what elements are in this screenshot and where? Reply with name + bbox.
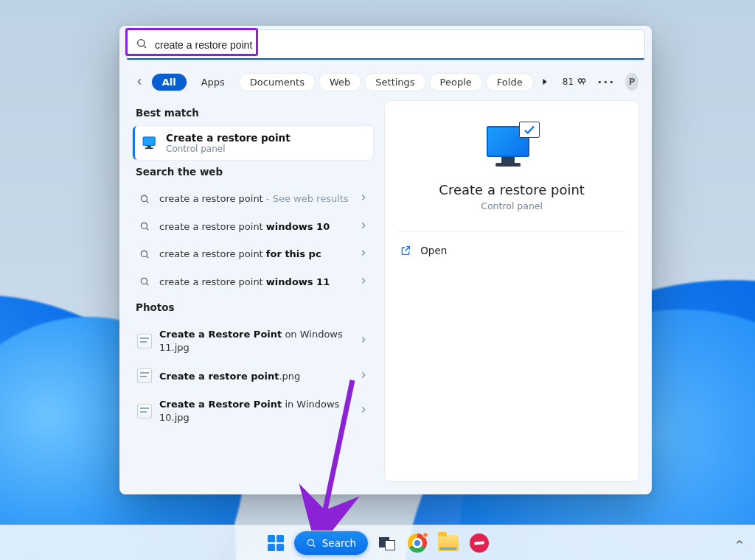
- photo-thumbnail-icon: [137, 404, 152, 419]
- account-avatar[interactable]: P: [625, 73, 639, 91]
- photo-result[interactable]: Create a restore point.png: [133, 361, 373, 391]
- section-best-match-header: Best match: [133, 101, 373, 126]
- section-search-web-header: Search the web: [133, 160, 373, 185]
- start-search-panel: All Apps Documents Web Settings People F…: [119, 26, 652, 494]
- search-field[interactable]: [127, 30, 644, 60]
- start-button[interactable]: [263, 531, 288, 556]
- web-result[interactable]: create a restore point for this pc: [133, 240, 373, 268]
- app-taskbar-button[interactable]: [467, 531, 492, 556]
- file-explorer-taskbar-button[interactable]: [436, 531, 461, 556]
- task-view-button[interactable]: [374, 531, 399, 556]
- photo-result[interactable]: Create a Restore Point on Windows 11.jpg: [133, 321, 373, 361]
- monitor-icon: [142, 136, 159, 150]
- chevron-right-icon: [358, 192, 369, 205]
- search-input[interactable]: [155, 39, 636, 51]
- svg-point-16: [307, 539, 313, 545]
- svg-line-11: [147, 228, 149, 231]
- photo-thumbnail-icon: [137, 368, 152, 383]
- preview-title: Create a restore point: [439, 182, 585, 197]
- monitor-check-icon: [485, 123, 538, 169]
- more-menu-button[interactable]: ···: [593, 75, 619, 89]
- tab-folders[interactable]: Folde: [487, 74, 533, 91]
- search-icon: [136, 38, 147, 52]
- divider: [398, 231, 625, 231]
- svg-point-10: [141, 223, 147, 229]
- taskbar-search-button[interactable]: Search: [294, 531, 368, 555]
- web-result[interactable]: create a restore point windows 10: [133, 213, 373, 241]
- svg-rect-5: [143, 137, 155, 146]
- search-icon: [137, 221, 152, 231]
- chevron-right-icon: [358, 370, 369, 382]
- svg-line-1: [144, 46, 146, 48]
- search-icon: [137, 276, 152, 287]
- chevron-right-icon: [358, 220, 369, 233]
- photo-result[interactable]: Create a Restore Point in Windows 10.jpg: [133, 391, 373, 431]
- best-match-subtitle: Control panel: [166, 144, 290, 154]
- svg-marker-2: [543, 80, 546, 85]
- svg-rect-7: [145, 147, 153, 149]
- preview-subtitle: Control panel: [481, 200, 543, 211]
- windows-logo-icon: [263, 531, 288, 556]
- svg-point-0: [138, 40, 145, 46]
- chevron-right-icon: [358, 405, 369, 417]
- svg-line-17: [313, 545, 316, 547]
- open-external-icon: [400, 245, 411, 256]
- svg-point-8: [141, 195, 147, 201]
- taskbar: Search: [0, 525, 755, 560]
- system-tray-overflow-button[interactable]: [734, 536, 745, 550]
- taskbar-search-label: Search: [322, 537, 356, 549]
- svg-line-15: [147, 284, 149, 286]
- chrome-taskbar-button[interactable]: [405, 531, 430, 556]
- preview-pane: Create a restore point Control panel Ope…: [385, 101, 639, 481]
- web-result[interactable]: create a restore point windows 11: [133, 268, 373, 296]
- svg-rect-6: [147, 146, 151, 148]
- svg-line-9: [147, 200, 149, 203]
- back-button[interactable]: [133, 73, 146, 91]
- search-icon: [137, 249, 152, 259]
- open-action-label: Open: [420, 245, 447, 256]
- web-result[interactable]: create a restore point - See web results: [133, 185, 373, 213]
- chevron-right-icon: [358, 335, 369, 347]
- svg-point-4: [582, 79, 585, 83]
- search-icon: [306, 538, 316, 548]
- best-match-title: Create a restore point: [166, 132, 290, 144]
- search-icon: [137, 194, 152, 204]
- svg-line-13: [147, 256, 149, 259]
- svg-point-12: [141, 251, 147, 256]
- tabs-overflow-button[interactable]: [539, 77, 551, 87]
- app-red-circle-icon: [470, 533, 489, 553]
- results-list: Best match Create a restore point Contro…: [133, 101, 373, 481]
- best-match-result[interactable]: Create a restore point Control panel: [133, 126, 373, 160]
- tab-all[interactable]: All: [152, 74, 187, 91]
- filter-tabs: All Apps Documents Web Settings People F…: [119, 60, 652, 98]
- tab-documents[interactable]: Documents: [240, 74, 315, 91]
- rewards-badge[interactable]: 81: [563, 77, 587, 87]
- section-photos-header: Photos: [133, 295, 373, 321]
- svg-point-14: [141, 279, 147, 284]
- tab-settings[interactable]: Settings: [365, 74, 425, 91]
- photo-thumbnail-icon: [137, 334, 152, 349]
- open-action[interactable]: Open: [398, 240, 625, 261]
- chevron-right-icon: [358, 248, 369, 260]
- tab-web[interactable]: Web: [319, 74, 361, 91]
- tab-apps[interactable]: Apps: [191, 74, 235, 91]
- folder-icon: [438, 535, 459, 551]
- svg-point-3: [578, 79, 582, 83]
- tab-people[interactable]: People: [430, 74, 482, 91]
- notification-dot-icon: [422, 532, 428, 538]
- chevron-right-icon: [358, 276, 369, 288]
